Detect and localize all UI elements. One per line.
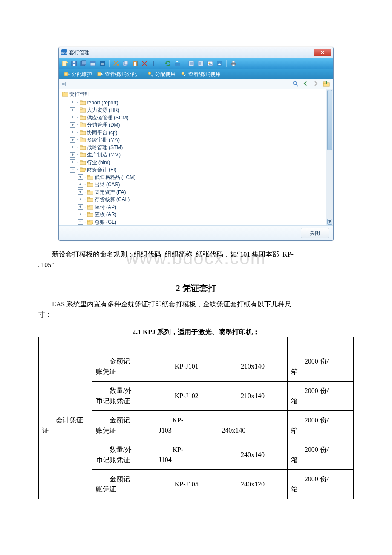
tree-node[interactable]: +··report (report) [70,98,325,106]
cell-text: 210x140 [241,363,265,370]
expand-icon[interactable]: + [78,189,83,195]
img1-icon[interactable] [207,60,213,67]
expand-icon[interactable]: + [70,107,75,113]
category-cell: 会计凭证 证 [39,352,92,499]
tree-node[interactable]: +··人力资源 (HR) [70,106,325,114]
tree-node-fi[interactable]: −··财务会计 (FI) +··低值易耗品 (LCM) +··出纳 (CAS) … [70,166,325,226]
view-icon [97,71,103,77]
folder-icon [87,197,93,202]
cell-text: 账凭证 [96,425,152,436]
tree-node-gl[interactable]: −··总账 (GL) −··凭证 (Voucher) ····凭证 (Vouch… [78,218,325,225]
expand-icon[interactable]: + [70,159,75,165]
svg-rect-11 [100,61,105,66]
tree-node[interactable]: +··供应链管理 (SCM) [70,113,325,121]
cell-text: J104 [159,455,214,465]
cell-text: 2000 份/ [291,356,350,367]
expand-icon[interactable]: + [70,137,75,143]
saveas-icon[interactable] [80,60,87,67]
collapse-icon[interactable]: − [78,219,83,225]
tree-node[interactable]: +··战略管理 (STM) [70,143,325,151]
name-cell: 金额记 账凭证 [92,470,155,499]
action-assign-maintain[interactable]: 分配维护 [62,71,94,78]
nav-back-icon[interactable] [303,81,308,88]
tree-collapse-icon[interactable] [62,81,67,87]
expand-icon[interactable]: + [78,204,83,210]
size-cell: 240x140 [218,440,288,470]
action-view-cancel-assign[interactable]: 查看/撤消分配 [95,71,138,78]
collapse-icon[interactable]: − [70,167,75,173]
img2-icon[interactable] [216,60,223,67]
svg-point-36 [182,72,184,75]
cut-icon[interactable] [113,60,120,67]
tree-node[interactable]: +··协同平台 (cp) [70,128,325,136]
expand-icon[interactable]: + [78,197,83,202]
expand-icon[interactable]: + [70,115,75,120]
tree-root-node[interactable]: 套打管理 +··report (report) +··人力资源 (HR) +··… [62,91,325,225]
name-cell: 数量/外 币记账凭证 [92,382,155,411]
delete-icon[interactable] [141,60,148,67]
scrollbar-thumb[interactable] [327,90,332,150]
page2-icon[interactable] [99,60,106,67]
search-icon[interactable] [292,81,298,88]
tree-node-label: report (report) [87,99,118,106]
svg-rect-31 [232,61,235,63]
page1-icon[interactable] [89,60,96,67]
copy-icon[interactable] [122,60,129,67]
search-nav-bar [59,79,333,89]
vertical-scrollbar[interactable] [326,89,333,225]
action-view-cancel-use[interactable]: 查看/撤消使用 [179,71,222,78]
folder-icon [80,160,86,165]
tree-view[interactable]: 套打管理 +··report (report) +··人力资源 (HR) +··… [59,89,326,225]
table-header-row [39,337,354,352]
tree-node[interactable]: +··固定资产 (FA) [78,188,325,196]
cell-text: 箱 [291,396,350,406]
cell-text: 2000 份/ [291,445,350,455]
list2-icon[interactable] [197,60,204,67]
tree-node-voucher[interactable]: −··凭证 (Voucher) ····凭证 (Voucher.bos-quer… [85,225,325,226]
folder-open-icon [80,167,86,172]
window-close-button[interactable] [314,49,331,56]
svg-rect-13 [101,64,104,65]
expand-icon[interactable]: + [78,212,83,217]
rename-icon[interactable] [150,60,157,67]
expand-icon[interactable]: + [70,100,75,105]
tree-node[interactable]: +··多级审批 (MA) [70,136,325,144]
app-icon: EAS [61,49,67,55]
export-icon[interactable] [174,60,181,67]
expand-icon[interactable]: + [70,145,75,150]
list1-icon[interactable] [188,60,195,67]
save-icon[interactable] [71,60,78,67]
tree-node[interactable]: +··生产制造 (MM) [70,151,325,159]
expand-icon[interactable]: + [78,182,83,188]
action-assign-use[interactable]: 分配使用 [146,71,177,78]
toolbar-separator [109,60,110,67]
scroll-down-button[interactable] [327,219,332,225]
tree-node[interactable]: +··行业 (bim) [70,158,325,166]
tree-node[interactable]: +··出纳 (CAS) [78,181,325,188]
nav-up-icon[interactable] [323,81,330,88]
tree-node[interactable]: +··存货核算 (CAL) [78,196,325,203]
close-button[interactable]: 关闭 [301,228,329,238]
expand-icon[interactable]: + [78,174,83,180]
svg-rect-12 [101,63,104,64]
folder-open-icon [87,220,93,225]
text-line: J105” [38,261,54,269]
expand-icon[interactable]: + [70,130,75,135]
new-icon[interactable] [61,60,68,67]
print-icon[interactable] [230,60,237,67]
tree-panel: 套打管理 +··report (report) +··人力资源 (HR) +··… [59,89,333,225]
tree-node[interactable]: +··低值易耗品 (LCM) [78,173,325,181]
refresh-icon[interactable] [164,60,171,67]
svg-marker-3 [66,61,68,63]
tree-node[interactable]: +··应付 (AP) [78,203,325,211]
tree-node[interactable]: +··应收 (AR) [78,211,325,218]
svg-rect-64 [80,168,82,169]
cell-text: 2000 份/ [291,415,350,425]
nav-forward-icon[interactable] [313,81,319,88]
expand-icon[interactable]: + [70,152,75,158]
toolbar-separator [226,60,227,67]
tree-node-label: 固定资产 (FA) [95,189,126,196]
tree-node[interactable]: +··分销管理 (DM) [70,121,325,129]
expand-icon[interactable]: + [70,122,75,128]
paste-icon[interactable] [132,60,138,67]
